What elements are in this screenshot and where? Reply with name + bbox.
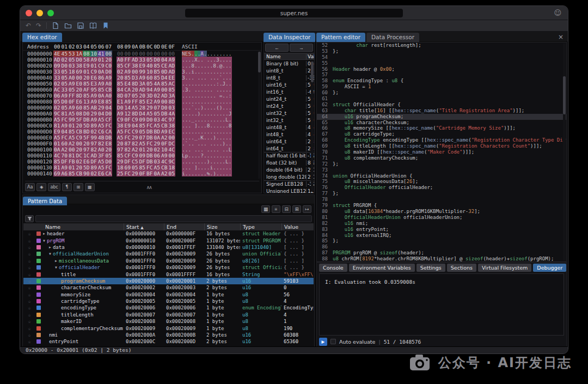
inspector-row[interactable]: int48_t4638564476639 <box>264 131 314 138</box>
favorite-star-icon[interactable]: ☆ <box>23 231 35 236</box>
hex-byte-cell[interactable]: 00 <box>154 51 161 57</box>
hex-byte-cell[interactable]: 28 <box>139 105 146 111</box>
hex-ascii-cell[interactable]: NES...A......... <box>182 51 232 57</box>
hex-byte-cell[interactable]: 01 <box>90 63 98 69</box>
favorite-star-icon[interactable]: ☆ <box>23 298 35 304</box>
hex-byte-cell[interactable]: 05 <box>168 170 176 176</box>
inspector-scrollbar[interactable] <box>311 61 314 192</box>
tree-arrow-icon[interactable]: ▼ <box>43 239 45 243</box>
pattern-row[interactable]: ☆makerID0x000200080x000200081 byteu81 <box>23 318 314 325</box>
hex-byte-cell[interactable]: E3 <box>90 81 98 87</box>
hex-byte-cell[interactable]: 0F <box>139 170 146 176</box>
hex-byte-cell[interactable]: A5 <box>97 164 105 170</box>
hex-byte-cell[interactable]: 01 <box>68 164 76 170</box>
hex-byte-cell[interactable]: 33 <box>53 69 61 75</box>
hex-byte-cell[interactable]: 60 <box>146 75 154 81</box>
hex-byte-cell[interactable]: 00 <box>76 141 83 147</box>
column-header-value[interactable]: Value <box>281 223 314 230</box>
pattern-row[interactable]: ☆complementaryChecksum0x000200090x000200… <box>23 325 314 331</box>
hex-byte-cell[interactable]: D0 <box>146 117 154 123</box>
hex-byte-cell[interactable]: A6 <box>61 170 69 176</box>
hex-byte-cell[interactable]: 82 <box>124 147 132 153</box>
hex-byte-cell[interactable]: A9 <box>90 99 98 105</box>
hex-byte-cell[interactable]: CA <box>105 170 113 176</box>
pattern-toolbar-icon-0[interactable]: ▦ <box>261 205 270 213</box>
hex-footer-button-1[interactable]: ◈ <box>36 183 46 191</box>
hex-byte-cell[interactable]: E9 <box>83 63 90 69</box>
code-line[interactable]: 63 char title[16] [[hex::spec_name("Titl… <box>317 108 566 114</box>
code-line[interactable]: 74union OfficialHeaderUnion { <box>317 173 566 179</box>
hex-ascii-cell[interactable]: ... ... .... ..L <box>182 147 232 153</box>
hex-byte-cell[interactable]: 08 <box>83 51 90 57</box>
code-line[interactable]: 78 <box>317 197 566 203</box>
hex-byte-cell[interactable]: D0 <box>117 105 124 111</box>
hex-byte-cell[interactable]: 85 <box>139 164 146 170</box>
pattern-toolbar-icon-4[interactable]: ↦ <box>303 205 311 213</box>
hex-byte-cell[interactable]: 85 <box>154 75 161 81</box>
pattern-row[interactable]: ☆titleLength0x000200070x000200071 byteu8… <box>23 312 314 318</box>
hex-byte-cell[interactable]: CB <box>105 87 113 93</box>
hex-byte-cell[interactable]: E9 <box>124 123 132 129</box>
hex-byte-cell[interactable]: CA <box>105 129 113 135</box>
hex-byte-cell[interactable]: A2 <box>161 135 168 141</box>
hex-ascii-cell[interactable]: ...`..)....()... <box>182 105 232 111</box>
hex-byte-cell[interactable]: E1 <box>117 99 124 105</box>
hex-byte-cell[interactable]: 85 <box>139 99 146 105</box>
hex-byte-cell[interactable]: CA <box>124 87 132 93</box>
hex-byte-cell[interactable]: 20 <box>83 75 90 81</box>
hex-byte-cell[interactable]: A2 <box>61 147 69 153</box>
hex-byte-cell[interactable]: C9 <box>76 135 83 141</box>
hex-byte-cell[interactable]: BF <box>146 170 154 176</box>
hex-byte-cell[interactable]: 00 <box>105 51 113 57</box>
hex-byte-cell[interactable]: FC <box>105 123 113 129</box>
code-line[interactable]: 59 ASCII = 1 <box>317 84 566 90</box>
hex-byte-cell[interactable]: 85 <box>117 81 124 87</box>
hex-byte-cell[interactable]: D0 <box>105 69 113 75</box>
inspector-row[interactable]: int32_t59103 <box>264 117 314 124</box>
hex-byte-cell[interactable]: A5 <box>117 135 124 141</box>
hex-byte-cell[interactable]: 8D <box>117 93 124 99</box>
hex-byte-cell[interactable]: 02 <box>154 147 161 153</box>
hex-byte-cell[interactable]: 8D <box>76 93 83 99</box>
hex-byte-cell[interactable]: 4C <box>161 117 168 123</box>
inspector-row[interactable]: Binary (8 bit)0b11011111 <box>264 60 314 67</box>
inspector-row[interactable]: uint64_t288516295676282591 <box>264 138 314 145</box>
hex-byte-cell[interactable]: A9 <box>61 123 69 129</box>
hex-byte-cell[interactable]: 85 <box>83 93 90 99</box>
hex-byte-cell[interactable]: 20 <box>76 164 83 170</box>
code-line[interactable]: 71 u8 complementaryChecksum; <box>317 155 566 161</box>
hex-byte-cell[interactable]: 05 <box>61 69 69 75</box>
hex-byte-cell[interactable]: 00 <box>146 51 154 57</box>
hex-byte-cell[interactable]: E8 <box>105 141 113 147</box>
hex-byte-cell[interactable]: C9 <box>90 69 98 75</box>
hex-byte-cell[interactable]: C0 <box>105 63 113 69</box>
hex-byte-cell[interactable]: D4 <box>139 111 146 117</box>
hex-byte-cell[interactable]: CF <box>124 153 132 159</box>
code-line[interactable]: 82 u16 nmi; <box>317 221 566 227</box>
hex-byte-cell[interactable]: 82 <box>97 141 105 147</box>
inspector-row[interactable]: half float (16 bit)-1759 <box>264 152 314 159</box>
close-panel-icon[interactable]: × <box>558 33 564 42</box>
hex-byte-cell[interactable]: 81 <box>53 164 61 170</box>
hex-byte-cell[interactable]: E2 <box>146 99 154 105</box>
hex-byte-cell[interactable]: FC <box>61 117 69 123</box>
favorite-star-icon[interactable]: ☆ <box>23 326 35 331</box>
hex-byte-cell[interactable]: A0 <box>97 147 105 153</box>
favorite-star-icon[interactable]: ☆ <box>23 319 35 324</box>
hex-byte-cell[interactable]: E9 <box>139 63 146 69</box>
hex-byte-cell[interactable]: A9 <box>139 75 146 81</box>
hex-byte-cell[interactable]: A5 <box>68 111 76 117</box>
hex-byte-cell[interactable]: 85 <box>83 81 90 87</box>
hex-byte-cell[interactable]: 05 <box>68 87 76 93</box>
column-header-type[interactable]: Type <box>240 223 281 230</box>
footer-collapse-icon[interactable]: ∧∧ <box>146 185 151 190</box>
hex-byte-cell[interactable]: 97 <box>168 117 176 123</box>
hex-byte-cell[interactable]: 05 <box>68 57 76 63</box>
hex-byte-cell[interactable]: D4 <box>161 75 168 81</box>
hex-byte-cell[interactable]: 02 <box>90 129 98 135</box>
hex-byte-cell[interactable]: 04 <box>105 105 113 111</box>
hex-byte-cell[interactable]: 01 <box>139 147 146 153</box>
hex-byte-cell[interactable]: 89 <box>90 164 98 170</box>
hex-byte-cell[interactable]: A5 <box>97 123 105 129</box>
hex-ascii-cell[interactable]: ..._..........L. <box>182 117 232 123</box>
